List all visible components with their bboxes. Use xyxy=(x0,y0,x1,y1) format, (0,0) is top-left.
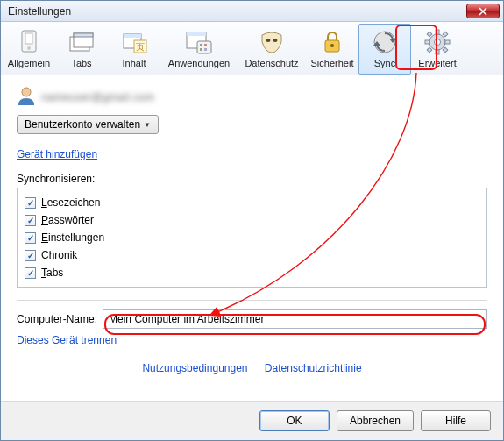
tab-label: Anwendungen xyxy=(168,58,230,68)
svg-rect-5 xyxy=(74,33,93,37)
checkbox-icon: ✓ xyxy=(25,250,36,261)
tab-applications[interactable]: Anwendungen xyxy=(160,24,238,75)
svg-rect-16 xyxy=(204,48,207,51)
svg-rect-27 xyxy=(445,40,450,44)
content-icon: 页 xyxy=(120,28,148,56)
svg-rect-29 xyxy=(443,32,448,37)
tab-label: Erweitert xyxy=(418,58,456,68)
checkbox-label: Chronik xyxy=(41,249,77,261)
tab-content[interactable]: 页 Inhalt xyxy=(108,24,160,75)
add-device-link[interactable]: Gerät hinzufügen xyxy=(17,148,97,160)
svg-rect-26 xyxy=(425,40,429,44)
close-icon xyxy=(479,7,487,16)
gear-icon xyxy=(423,28,451,56)
sync-item-bookmarks[interactable]: ✓ Lesezeichen xyxy=(25,194,479,211)
sync-item-tabs[interactable]: ✓ Tabs xyxy=(25,264,479,281)
svg-rect-15 xyxy=(200,48,202,51)
applications-icon xyxy=(185,28,213,56)
svg-rect-30 xyxy=(427,47,432,53)
svg-point-20 xyxy=(330,44,334,47)
svg-rect-24 xyxy=(436,30,439,34)
lock-icon xyxy=(318,28,346,56)
svg-rect-11 xyxy=(187,32,206,36)
toolbar: Allgemein Tabs 页 Inhalt Anwendungen Date… xyxy=(1,22,503,75)
tab-tabs[interactable]: Tabs xyxy=(55,24,108,75)
svg-point-32 xyxy=(22,88,31,96)
settings-window: Einstellungen Allgemein Tabs 页 Inhalt xyxy=(0,0,504,441)
sync-icon xyxy=(371,28,399,56)
divider xyxy=(17,300,487,301)
tab-general[interactable]: Allgemein xyxy=(3,24,55,75)
dialog-buttons: OK Abbrechen Hilfe xyxy=(1,401,503,440)
avatar-icon xyxy=(17,86,36,108)
account-email: nameuser@gmail.com xyxy=(41,91,154,103)
tab-privacy[interactable]: Datenschutz xyxy=(238,24,306,75)
checkbox-label: Einstellungen xyxy=(41,231,104,244)
account-row: nameuser@gmail.com xyxy=(17,86,487,108)
switch-icon xyxy=(15,28,43,56)
tabs-icon xyxy=(67,28,96,56)
ok-button[interactable]: OK xyxy=(259,410,330,431)
tab-sync[interactable]: Sync xyxy=(358,24,411,75)
sync-item-history[interactable]: ✓ Chronik xyxy=(25,246,479,264)
svg-point-17 xyxy=(266,39,271,42)
tab-label: Tabs xyxy=(71,58,91,68)
sync-item-settings[interactable]: ✓ Einstellungen xyxy=(25,229,479,246)
checkbox-label: Tabs xyxy=(41,267,63,279)
tab-label: Datenschutz xyxy=(245,58,298,68)
footer-links: Nutzungsbedingungen Datenschutzrichtlini… xyxy=(17,362,487,374)
computer-name-row: Computer-Name: xyxy=(17,309,487,329)
titlebar: Einstellungen xyxy=(1,1,503,22)
checkbox-icon: ✓ xyxy=(25,215,36,226)
svg-rect-14 xyxy=(204,44,207,46)
close-button[interactable] xyxy=(466,4,500,18)
svg-point-18 xyxy=(273,39,278,42)
checkbox-icon: ✓ xyxy=(25,197,36,209)
svg-rect-31 xyxy=(443,47,448,53)
mask-icon xyxy=(258,28,286,56)
svg-rect-28 xyxy=(427,32,432,37)
svg-rect-12 xyxy=(197,41,211,53)
checkbox-icon: ✓ xyxy=(25,267,36,279)
sync-item-passwords[interactable]: ✓ Passwörter xyxy=(25,211,479,229)
checkbox-icon: ✓ xyxy=(25,232,36,244)
tab-label: Sicherheit xyxy=(311,58,354,68)
checkbox-label: Passwörter xyxy=(41,214,94,226)
chevron-down-icon: ▼ xyxy=(144,121,151,129)
svg-rect-13 xyxy=(200,44,202,46)
svg-rect-1 xyxy=(25,33,32,44)
svg-point-23 xyxy=(435,39,441,46)
svg-text:页: 页 xyxy=(136,42,145,52)
manage-account-label: Benutzerkonto verwalten xyxy=(25,118,140,131)
manage-account-button[interactable]: Benutzerkonto verwalten ▼ xyxy=(17,115,159,134)
checkbox-label: Lesezeichen xyxy=(41,196,100,209)
tab-advanced[interactable]: Erweitert xyxy=(411,24,464,75)
content-pane: nameuser@gmail.com Benutzerkonto verwalt… xyxy=(1,75,503,401)
tab-security[interactable]: Sicherheit xyxy=(306,24,358,75)
tab-label: Allgemein xyxy=(8,58,50,68)
svg-point-2 xyxy=(27,46,31,50)
disconnect-device-link[interactable]: Dieses Gerät trennen xyxy=(17,334,117,346)
privacy-link[interactable]: Datenschutzrichtlinie xyxy=(265,362,362,374)
computer-name-input[interactable] xyxy=(103,309,487,329)
computer-name-label: Computer-Name: xyxy=(17,313,97,325)
sync-heading: Synchronisieren: xyxy=(17,173,487,185)
window-title: Einstellungen xyxy=(8,5,466,18)
tab-label: Sync xyxy=(374,58,395,68)
sync-group: ✓ Lesezeichen ✓ Passwörter ✓ Einstellung… xyxy=(17,188,487,288)
terms-link[interactable]: Nutzungsbedingungen xyxy=(142,362,247,374)
cancel-button[interactable]: Abbrechen xyxy=(337,410,414,431)
help-button[interactable]: Hilfe xyxy=(421,410,491,431)
svg-rect-25 xyxy=(436,50,439,54)
svg-rect-7 xyxy=(124,34,141,38)
tab-label: Inhalt xyxy=(123,58,146,68)
